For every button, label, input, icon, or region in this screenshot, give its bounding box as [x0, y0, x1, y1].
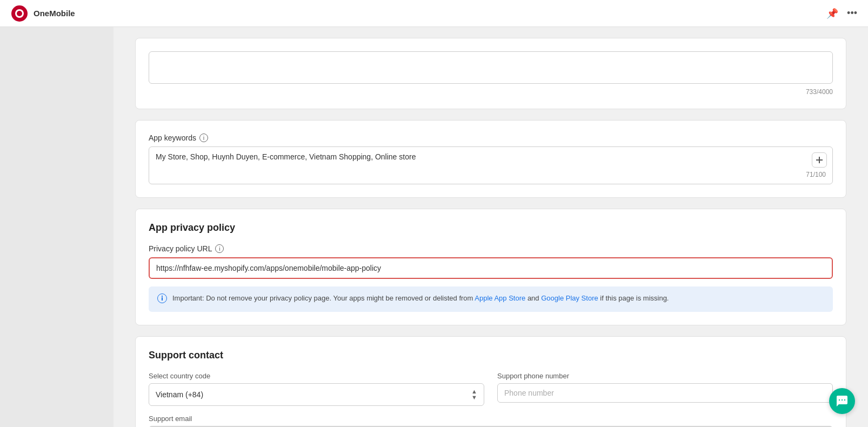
topbar: OneMobile 📌 ••• [0, 0, 868, 27]
svg-rect-7 [162, 296, 163, 297]
content-area: 733/4000 App keywords i My Store, Shop, … [113, 27, 868, 427]
app-name: OneMobile [34, 9, 75, 18]
topbar-left: OneMobile [11, 5, 75, 22]
banner-text-before: Important: Do not remove your privacy po… [172, 294, 475, 302]
chat-icon [836, 395, 849, 408]
privacy-url-label-text: Privacy policy URL [149, 244, 212, 253]
keywords-label: App keywords i [149, 134, 833, 142]
banner-and: and [525, 294, 541, 302]
country-code-select[interactable]: Vietnam (+84) ▲ ▼ [149, 383, 484, 406]
google-play-link[interactable]: Google Play Store [541, 294, 598, 302]
chat-button[interactable] [829, 388, 855, 414]
privacy-url-label: Privacy policy URL i [149, 244, 833, 253]
keywords-label-text: App keywords [149, 134, 196, 142]
support-contact-row: Select country code Vietnam (+84) ▲ ▼ Su… [149, 372, 833, 406]
phone-number-input[interactable] [497, 383, 833, 403]
phone-number-group: Support phone number [497, 372, 833, 406]
keywords-card: App keywords i My Store, Shop, Huynh Duy… [135, 120, 846, 198]
sidebar [0, 27, 113, 427]
svg-rect-4 [816, 159, 823, 161]
privacy-url-info-icon[interactable]: i [215, 244, 224, 253]
svg-point-2 [17, 11, 22, 16]
keywords-box: My Store, Shop, Huynh Duyen, E-commerce,… [149, 146, 833, 184]
privacy-policy-title: App privacy policy [149, 222, 833, 233]
support-contact-card: Support contact Select country code Viet… [135, 336, 846, 427]
description-card: 733/4000 [135, 38, 846, 109]
support-email-label: Support email [149, 415, 833, 423]
description-textarea[interactable] [149, 51, 833, 84]
topbar-right: 📌 ••• [826, 8, 857, 19]
support-contact-title: Support contact [149, 350, 833, 361]
main-layout: 733/4000 App keywords i My Store, Shop, … [0, 27, 868, 427]
description-char-count: 733/4000 [149, 88, 833, 96]
country-code-value: Vietnam (+84) [156, 390, 203, 399]
info-banner-text: Important: Do not remove your privacy po… [172, 293, 669, 304]
description-char-count-area: 733/4000 [149, 51, 833, 96]
phone-number-label: Support phone number [497, 372, 833, 380]
privacy-url-input[interactable] [149, 257, 833, 279]
country-code-label: Select country code [149, 372, 484, 380]
privacy-info-banner: Important: Do not remove your privacy po… [149, 286, 833, 312]
keywords-info-icon[interactable]: i [199, 134, 208, 142]
logo-icon [11, 5, 28, 22]
country-code-group: Select country code Vietnam (+84) ▲ ▼ [149, 372, 484, 406]
keywords-char-count: 71/100 [156, 171, 826, 178]
svg-rect-6 [162, 297, 163, 301]
more-options-icon[interactable]: ••• [847, 8, 857, 19]
info-banner-icon [157, 293, 167, 305]
apple-app-store-link[interactable]: Apple App Store [475, 294, 525, 302]
select-arrows-icon: ▲ ▼ [471, 389, 477, 401]
support-email-group: Support email [149, 415, 833, 427]
pin-icon[interactable]: 📌 [826, 8, 838, 19]
banner-suffix: if this page is missing. [598, 294, 669, 302]
privacy-policy-card: App privacy policy Privacy policy URL i … [135, 209, 846, 325]
keywords-value: My Store, Shop, Huynh Duyen, E-commerce,… [156, 152, 826, 169]
keywords-add-button[interactable] [812, 152, 827, 168]
